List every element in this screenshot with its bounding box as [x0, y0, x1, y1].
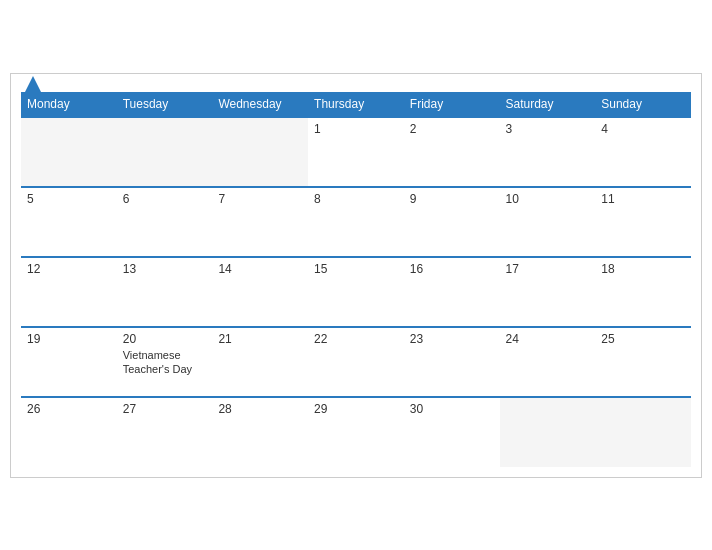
calendar-cell: 28 [212, 397, 308, 467]
calendar-cell: 12 [21, 257, 117, 327]
calendar-cell: 4 [595, 117, 691, 187]
calendar-cell: 13 [117, 257, 213, 327]
calendar-cell: 17 [500, 257, 596, 327]
day-number: 18 [601, 262, 685, 276]
day-number: 4 [601, 122, 685, 136]
weekday-header-saturday: Saturday [500, 92, 596, 117]
day-number: 11 [601, 192, 685, 206]
day-number: 24 [506, 332, 590, 346]
calendar-cell: 7 [212, 187, 308, 257]
calendar-cell: 21 [212, 327, 308, 397]
day-number: 9 [410, 192, 494, 206]
week-row-0: 1234 [21, 117, 691, 187]
calendar-cell [117, 117, 213, 187]
day-number: 2 [410, 122, 494, 136]
calendar-cell: 9 [404, 187, 500, 257]
day-number: 10 [506, 192, 590, 206]
week-row-2: 12131415161718 [21, 257, 691, 327]
calendar-cell: 11 [595, 187, 691, 257]
logo [21, 74, 43, 94]
day-number: 13 [123, 262, 207, 276]
weekday-header-wednesday: Wednesday [212, 92, 308, 117]
weekday-header-friday: Friday [404, 92, 500, 117]
holiday-text: Vietnamese Teacher's Day [123, 349, 192, 375]
day-number: 6 [123, 192, 207, 206]
day-number: 16 [410, 262, 494, 276]
calendar-cell: 23 [404, 327, 500, 397]
weekday-header-monday: Monday [21, 92, 117, 117]
week-row-1: 567891011 [21, 187, 691, 257]
calendar-cell: 16 [404, 257, 500, 327]
day-number: 25 [601, 332, 685, 346]
day-number: 21 [218, 332, 302, 346]
logo-icon [23, 74, 43, 94]
calendar-cell [595, 397, 691, 467]
day-number: 22 [314, 332, 398, 346]
day-number: 28 [218, 402, 302, 416]
calendar-cell: 25 [595, 327, 691, 397]
calendar-cell: 26 [21, 397, 117, 467]
day-number: 14 [218, 262, 302, 276]
calendar-cell: 3 [500, 117, 596, 187]
calendar-cell: 15 [308, 257, 404, 327]
calendar-cell: 22 [308, 327, 404, 397]
calendar-cell: 29 [308, 397, 404, 467]
weekday-header-thursday: Thursday [308, 92, 404, 117]
day-number: 5 [27, 192, 111, 206]
calendar-cell: 24 [500, 327, 596, 397]
day-number: 19 [27, 332, 111, 346]
calendar-cell: 14 [212, 257, 308, 327]
day-number: 7 [218, 192, 302, 206]
svg-marker-0 [25, 76, 41, 92]
calendar-cell: 6 [117, 187, 213, 257]
weekday-header-row: MondayTuesdayWednesdayThursdayFridaySatu… [21, 92, 691, 117]
calendar-cell: 20Vietnamese Teacher's Day [117, 327, 213, 397]
calendar-container: MondayTuesdayWednesdayThursdayFridaySatu… [10, 73, 702, 478]
day-number: 15 [314, 262, 398, 276]
day-number: 3 [506, 122, 590, 136]
calendar-cell: 2 [404, 117, 500, 187]
calendar-cell: 19 [21, 327, 117, 397]
calendar-cell [500, 397, 596, 467]
calendar-cell: 5 [21, 187, 117, 257]
calendar-cell [21, 117, 117, 187]
day-number: 17 [506, 262, 590, 276]
calendar-grid: MondayTuesdayWednesdayThursdayFridaySatu… [21, 92, 691, 467]
day-number: 29 [314, 402, 398, 416]
week-row-3: 1920Vietnamese Teacher's Day2122232425 [21, 327, 691, 397]
day-number: 12 [27, 262, 111, 276]
calendar-cell: 27 [117, 397, 213, 467]
day-number: 23 [410, 332, 494, 346]
day-number: 20 [123, 332, 207, 346]
day-number: 8 [314, 192, 398, 206]
calendar-cell: 18 [595, 257, 691, 327]
weekday-header-sunday: Sunday [595, 92, 691, 117]
calendar-cell [212, 117, 308, 187]
day-number: 27 [123, 402, 207, 416]
day-number: 26 [27, 402, 111, 416]
day-number: 30 [410, 402, 494, 416]
day-number: 1 [314, 122, 398, 136]
week-row-4: 2627282930 [21, 397, 691, 467]
weekday-header-tuesday: Tuesday [117, 92, 213, 117]
calendar-cell: 1 [308, 117, 404, 187]
calendar-cell: 10 [500, 187, 596, 257]
calendar-cell: 30 [404, 397, 500, 467]
calendar-cell: 8 [308, 187, 404, 257]
